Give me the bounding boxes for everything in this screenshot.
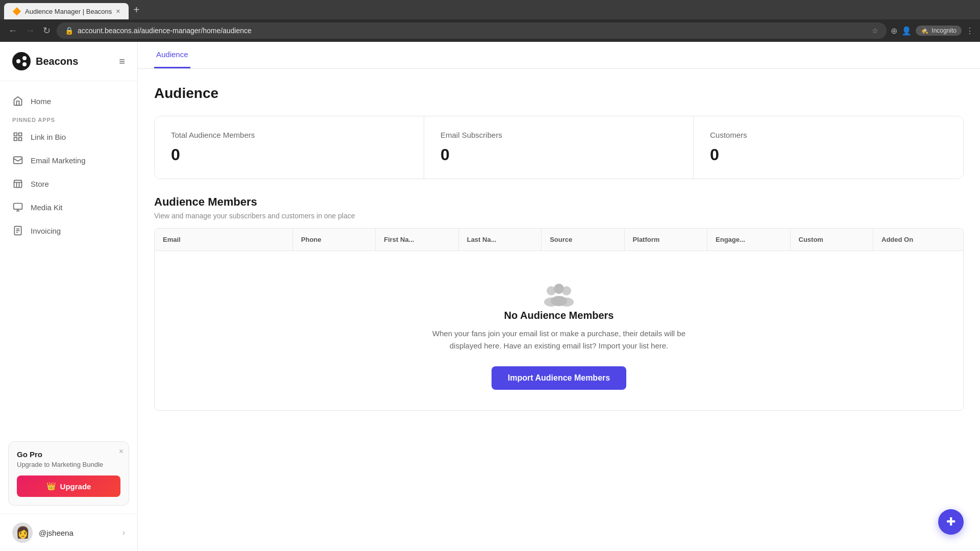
sidebar-item-store[interactable]: Store xyxy=(0,172,137,195)
empty-title: No Audience Members xyxy=(504,310,614,321)
stat-label-customers: Customers xyxy=(710,131,947,139)
tab-close-btn[interactable]: × xyxy=(116,7,120,15)
incognito-label: Incognito xyxy=(932,27,957,34)
go-pro-subtitle: Upgrade to Marketing Bundle xyxy=(17,461,120,468)
sidebar-item-home[interactable]: Home xyxy=(0,89,137,113)
sidebar-item-label: Email Marketing xyxy=(31,156,86,165)
import-audience-button[interactable]: Import Audience Members xyxy=(492,366,626,390)
th-source: Source xyxy=(542,229,624,251)
logo-text: Beacons xyxy=(36,56,78,67)
address-text: account.beacons.ai/audience-manager/home… xyxy=(78,27,868,35)
section-header: Audience Members View and manage your su… xyxy=(154,195,964,220)
svg-rect-7 xyxy=(19,138,22,141)
sidebar-item-invoicing[interactable]: Invoicing xyxy=(0,219,137,242)
avatar-emoji: 👩 xyxy=(16,526,30,539)
svg-rect-5 xyxy=(19,133,22,136)
svg-point-18 xyxy=(554,284,564,294)
page-title: Audience xyxy=(154,85,964,102)
app-body: Beacons ≡ Home PINNED APPS xyxy=(0,42,980,551)
media-kit-icon xyxy=(12,202,23,213)
empty-description: When your fans join your email list or m… xyxy=(431,328,687,352)
sidebar-item-media-kit[interactable]: Media Kit xyxy=(0,195,137,219)
svg-point-19 xyxy=(551,296,567,306)
crown-icon: 👑 xyxy=(46,482,56,491)
forward-button[interactable]: → xyxy=(23,23,37,38)
incognito-icon: 🕵 xyxy=(921,27,928,34)
tab-bar: 🔶 Audience Manager | Beacons × + xyxy=(0,0,980,19)
new-tab-button[interactable]: + xyxy=(130,2,144,18)
address-bar-row: ← → ↻ 🔒 account.beacons.ai/audience-mana… xyxy=(0,19,980,42)
stat-label-email: Email Subscribers xyxy=(440,131,677,139)
tab-title: Audience Manager | Beacons xyxy=(25,8,112,15)
sidebar-item-label: Media Kit xyxy=(31,203,63,212)
stat-card-email: Email Subscribers 0 xyxy=(424,116,694,179)
address-bar[interactable]: 🔒 account.beacons.ai/audience-manager/ho… xyxy=(57,22,887,39)
lock-icon: 🔒 xyxy=(65,27,74,35)
store-icon xyxy=(12,178,23,189)
stat-label-total: Total Audience Members xyxy=(171,131,407,139)
th-phone: Phone xyxy=(293,229,376,251)
th-engage: Engage... xyxy=(707,229,790,251)
chat-icon: ✚ xyxy=(946,515,955,529)
upgrade-button[interactable]: 👑 Upgrade xyxy=(17,475,120,497)
tab-audience[interactable]: Audience xyxy=(154,42,190,68)
home-icon xyxy=(12,95,23,107)
svg-point-2 xyxy=(22,56,27,60)
profile-icon[interactable]: 👤 xyxy=(901,26,912,36)
mail-icon xyxy=(12,155,23,166)
user-chevron-icon: › xyxy=(122,528,125,537)
incognito-badge: 🕵 Incognito xyxy=(916,26,962,36)
svg-point-1 xyxy=(16,59,20,63)
extension-icon[interactable]: ⊕ xyxy=(891,26,897,36)
th-custom: Custom xyxy=(791,229,873,251)
stat-card-customers: Customers 0 xyxy=(694,116,963,179)
section-subtitle: View and manage your subscribers and cus… xyxy=(154,212,964,220)
sidebar-header: Beacons ≡ xyxy=(0,42,137,81)
go-pro-close-button[interactable]: × xyxy=(119,447,124,456)
grid-icon xyxy=(12,131,23,142)
bookmark-icon: ☆ xyxy=(872,27,878,35)
table-header: Email Phone First Na... Last Na... Sourc… xyxy=(155,229,963,251)
invoice-icon xyxy=(12,225,23,236)
sidebar-item-label: Link in Bio xyxy=(31,133,66,141)
stat-value-total: 0 xyxy=(171,145,407,164)
logo-area: Beacons xyxy=(12,52,78,70)
top-tabs: Audience xyxy=(138,42,980,69)
stat-card-total: Total Audience Members 0 xyxy=(155,116,424,179)
svg-rect-9 xyxy=(14,204,22,210)
sidebar-item-label: Home xyxy=(31,97,51,106)
stat-value-customers: 0 xyxy=(710,145,947,164)
th-platform: Platform xyxy=(625,229,707,251)
active-tab[interactable]: 🔶 Audience Manager | Beacons × xyxy=(4,3,129,19)
sidebar-bottom: × Go Pro Upgrade to Marketing Bundle 👑 U… xyxy=(0,433,137,514)
sidebar-item-label: Invoicing xyxy=(31,227,61,235)
th-lastname: Last Na... xyxy=(459,229,542,251)
stat-value-email: 0 xyxy=(440,145,677,164)
audience-table: Email Phone First Na... Last Na... Sourc… xyxy=(154,228,964,411)
tab-audience-label: Audience xyxy=(156,50,188,59)
pinned-section-label: PINNED APPS xyxy=(0,113,137,125)
more-icon[interactable]: ⋮ xyxy=(966,26,974,36)
tab-favicon: 🔶 xyxy=(12,7,21,15)
sidebar-item-email-marketing[interactable]: Email Marketing xyxy=(0,148,137,172)
sidebar-nav: Home PINNED APPS Link in Bio xyxy=(0,81,137,251)
refresh-button[interactable]: ↻ xyxy=(41,23,53,38)
menu-icon[interactable]: ≡ xyxy=(119,56,125,67)
beacons-logo-icon xyxy=(12,52,31,70)
back-button[interactable]: ← xyxy=(6,23,19,38)
empty-state: No Audience Members When your fans join … xyxy=(155,251,963,410)
main-content: Audience Audience Total Audience Members… xyxy=(138,42,980,551)
svg-rect-4 xyxy=(14,133,17,136)
user-row[interactable]: 👩 @jsheena › xyxy=(0,514,137,551)
sidebar-item-link-in-bio[interactable]: Link in Bio xyxy=(0,125,137,148)
content-area: Audience Total Audience Members 0 Email … xyxy=(138,69,980,551)
svg-rect-8 xyxy=(14,157,22,163)
th-added-on: Added On xyxy=(873,229,963,251)
user-name: @jsheena xyxy=(39,529,116,537)
chat-bubble[interactable]: ✚ xyxy=(938,509,964,535)
avatar: 👩 xyxy=(12,522,33,543)
browser-actions: ⊕ 👤 🕵 Incognito ⋮ xyxy=(891,26,974,36)
th-email: Email xyxy=(155,229,293,251)
section-title: Audience Members xyxy=(154,195,964,209)
th-firstname: First Na... xyxy=(376,229,458,251)
